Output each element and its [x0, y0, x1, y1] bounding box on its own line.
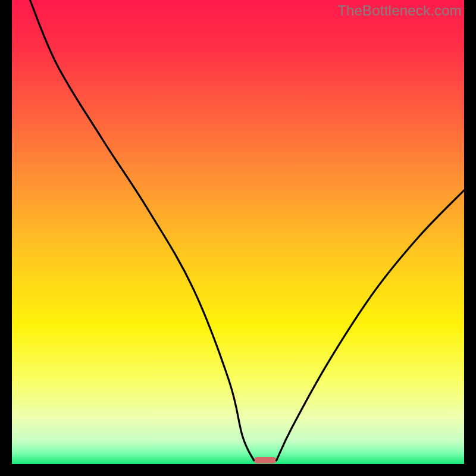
chart-svg — [12, 0, 464, 464]
optimum-marker — [254, 457, 277, 464]
svg-rect-0 — [254, 457, 277, 464]
plot-area — [12, 0, 464, 464]
chart-frame: TheBottleneck.com — [0, 0, 476, 476]
gradient-background — [12, 0, 464, 464]
watermark-text: TheBottleneck.com — [337, 2, 462, 19]
